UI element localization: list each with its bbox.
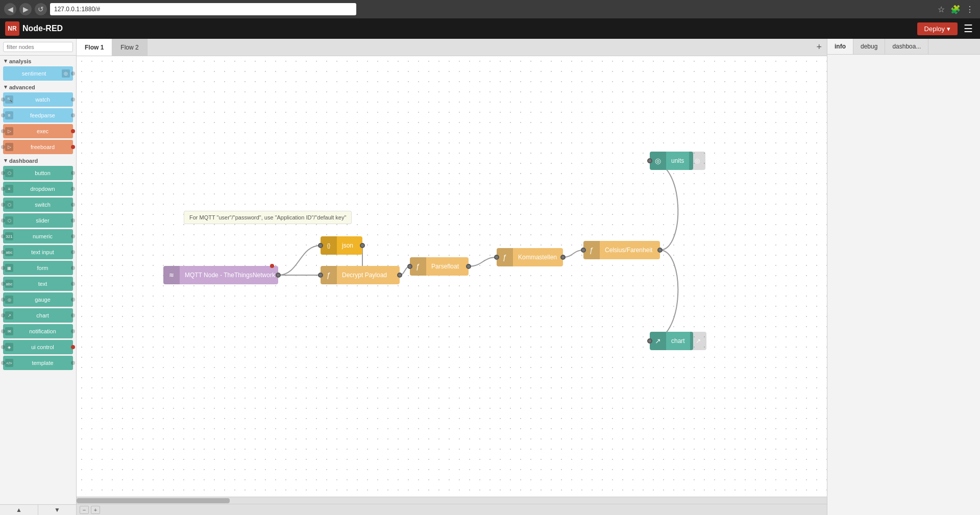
node-numeric[interactable]: 321 numeric bbox=[3, 229, 73, 243]
category-dashboard[interactable]: ▾ dashboard bbox=[0, 155, 76, 165]
chevron-down-icon-adv: ▾ bbox=[4, 84, 7, 90]
json-port-right bbox=[360, 243, 365, 248]
hamburger-menu-button[interactable]: ☰ bbox=[962, 20, 975, 37]
port-right bbox=[71, 218, 75, 223]
tab-flow2[interactable]: Flow 2 bbox=[112, 39, 147, 56]
port-right bbox=[71, 187, 75, 191]
canvas-scrollbar-h[interactable] bbox=[77, 497, 827, 504]
flow-node-json[interactable]: {} json bbox=[321, 236, 362, 255]
comment-node[interactable]: For MQTT "user"/"password", use "Applica… bbox=[184, 211, 352, 224]
flow-node-decrypt[interactable]: ƒ Decrypt Payload bbox=[321, 266, 400, 284]
flow-node-chart-out[interactable]: ↗ chart ↗ bbox=[650, 332, 693, 350]
node-text-input[interactable]: abc text input bbox=[3, 245, 73, 259]
deploy-dropdown-icon: ▾ bbox=[947, 25, 950, 33]
parsefloat-port-left bbox=[407, 264, 412, 269]
chevron-down-icon-dash: ▾ bbox=[4, 157, 7, 164]
port-right bbox=[71, 282, 75, 286]
flow-canvas[interactable]: For MQTT "user"/"password", use "Applica… bbox=[77, 56, 827, 497]
node-template[interactable]: </> template bbox=[3, 356, 73, 370]
units-port-left bbox=[647, 158, 652, 163]
right-tab-dashboard-label: dashboa... bbox=[892, 43, 921, 50]
port-left bbox=[1, 298, 5, 302]
node-form[interactable]: ▦ form bbox=[3, 261, 73, 275]
category-advanced[interactable]: ▾ advanced bbox=[0, 82, 76, 91]
units-label: units bbox=[666, 157, 689, 164]
node-freeboard-label: freeboard bbox=[15, 144, 70, 150]
kommastellen-label: Kommastellen bbox=[513, 254, 562, 261]
right-tab-debug[interactable]: debug bbox=[853, 39, 885, 54]
application: NR Node-RED Deploy ▾ ☰ ▾ analysis bbox=[0, 18, 980, 515]
right-tab-info-label: info bbox=[835, 43, 846, 50]
flow-node-mqtt[interactable]: ≋ MQTT Node - TheThingsNetwork bbox=[163, 266, 278, 284]
palette-search-area bbox=[0, 39, 76, 56]
celsius-label: Celsius/Farenheit bbox=[600, 247, 657, 254]
right-tab-dashboard[interactable]: dashboa... bbox=[885, 39, 928, 54]
port-right bbox=[71, 266, 75, 270]
button-icon: ⬡ bbox=[5, 169, 13, 177]
right-tab-info[interactable]: info bbox=[827, 39, 853, 54]
numeric-icon: 321 bbox=[5, 232, 13, 240]
flow-node-kommastellen[interactable]: ƒ Kommastellen bbox=[497, 248, 563, 266]
palette-scroll-down[interactable]: ▼ bbox=[38, 505, 76, 515]
zoom-out-button[interactable]: − bbox=[80, 506, 89, 514]
palette-scroll-up[interactable]: ▲ bbox=[0, 505, 38, 515]
port-left bbox=[1, 203, 5, 207]
node-freeboard[interactable]: ▷ freeboard bbox=[3, 140, 73, 154]
port-left bbox=[1, 282, 5, 286]
port-right bbox=[71, 129, 75, 133]
port-right bbox=[71, 71, 75, 76]
notification-icon: ✉ bbox=[5, 327, 13, 335]
flow-node-parsefloat[interactable]: ƒ Parsefloat bbox=[410, 257, 469, 276]
celsius-port-right bbox=[657, 248, 663, 253]
node-switch[interactable]: ⬡ switch bbox=[3, 198, 73, 212]
category-advanced-label: advanced bbox=[9, 84, 35, 90]
node-exec[interactable]: ▷ exec bbox=[3, 124, 73, 138]
node-sentiment[interactable]: sentiment ◎ bbox=[3, 66, 73, 81]
node-button[interactable]: ⬡ button bbox=[3, 166, 73, 180]
node-form-label: form bbox=[15, 265, 70, 271]
port-right bbox=[71, 345, 75, 349]
scrollbar-thumb-h[interactable] bbox=[77, 498, 230, 503]
forward-button[interactable]: ▶ bbox=[19, 3, 32, 15]
node-feedparse[interactable]: ≡ feedparse bbox=[3, 108, 73, 122]
kommastellen-port-left bbox=[494, 255, 499, 260]
deploy-button[interactable]: Deploy ▾ bbox=[917, 22, 958, 35]
node-chart[interactable]: ↗ chart bbox=[3, 308, 73, 323]
reload-button[interactable]: ↺ bbox=[35, 3, 47, 15]
node-watch[interactable]: 🔍 watch bbox=[3, 92, 73, 107]
tab-flow1-label: Flow 1 bbox=[85, 44, 104, 51]
flow-node-units[interactable]: ◎ units ◎ bbox=[650, 152, 693, 170]
node-numeric-label: numeric bbox=[15, 233, 70, 239]
node-gauge[interactable]: ◎ gauge bbox=[3, 292, 73, 307]
node-ui-control[interactable]: ◈ ui control bbox=[3, 340, 73, 354]
node-text[interactable]: abc text bbox=[3, 277, 73, 291]
tab-add-button[interactable]: + bbox=[811, 39, 827, 56]
text-input-icon: abc bbox=[5, 248, 13, 256]
bookmark-icon[interactable]: ☆ bbox=[935, 3, 947, 15]
flow-node-celsius[interactable]: ƒ Celsius/Farenheit bbox=[583, 241, 660, 259]
node-notification[interactable]: ✉ notification bbox=[3, 324, 73, 338]
text-icon: abc bbox=[5, 280, 13, 288]
port-right bbox=[71, 361, 75, 365]
node-chart-label: chart bbox=[15, 312, 70, 318]
menu-icon[interactable]: ⋮ bbox=[964, 3, 976, 15]
category-analysis[interactable]: ▾ analysis bbox=[0, 56, 76, 65]
gauge-icon: ◎ bbox=[5, 296, 13, 304]
url-bar[interactable] bbox=[50, 3, 356, 15]
analysis-nodes: sentiment ◎ bbox=[0, 65, 76, 82]
palette-search-input[interactable] bbox=[3, 42, 73, 52]
node-dropdown[interactable]: ≡ dropdown bbox=[3, 182, 73, 196]
category-analysis-label: analysis bbox=[9, 58, 31, 64]
switch-icon: ⬡ bbox=[5, 201, 13, 209]
node-slider-label: slider bbox=[15, 217, 70, 224]
decrypt-port-left bbox=[318, 273, 323, 278]
celsius-port-left bbox=[581, 248, 586, 253]
node-slider[interactable]: ⬡ slider bbox=[3, 213, 73, 228]
extensions-icon[interactable]: 🧩 bbox=[949, 3, 962, 15]
node-notification-label: notification bbox=[15, 328, 70, 334]
zoom-in-button[interactable]: + bbox=[91, 506, 100, 514]
tab-flow1[interactable]: Flow 1 bbox=[77, 39, 112, 56]
decrypt-label: Decrypt Payload bbox=[337, 272, 392, 279]
back-button[interactable]: ◀ bbox=[4, 3, 16, 15]
chart-icon: ↗ bbox=[5, 311, 13, 320]
